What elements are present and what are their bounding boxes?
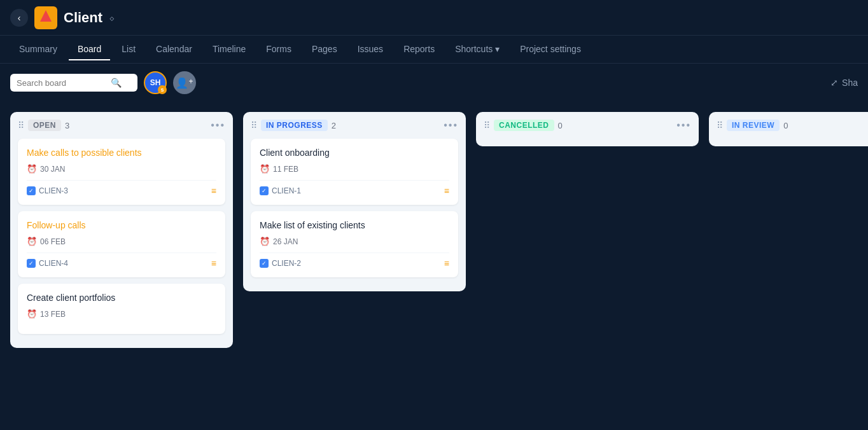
avatar-sh[interactable]: SH s	[144, 71, 167, 94]
column-in-progress: ⠿IN PROGRESS2•••Client onboarding⏰11 FEB…	[243, 112, 466, 291]
column-count-in-review: 0	[783, 121, 788, 130]
card-id: ✓CLIEN-2	[260, 259, 301, 268]
clock-icon: ⏰	[260, 164, 270, 174]
card-id-text: CLIEN-2	[272, 259, 301, 268]
task-card[interactable]: Create client portfolios⏰13 FEB	[18, 284, 225, 334]
column-header-in-review: ⠿IN REVIEW0•••	[717, 120, 868, 131]
date-text: 13 FEB	[40, 310, 66, 319]
nav-summary[interactable]: Summary	[10, 39, 66, 60]
card-footer: ✓CLIEN-2≡	[260, 253, 449, 268]
checkbox-icon: ✓	[260, 186, 269, 195]
nav-pages[interactable]: Pages	[303, 39, 346, 60]
card-date: ⏰30 JAN	[27, 164, 216, 174]
card-title: Client onboarding	[260, 148, 449, 158]
nav-list[interactable]: List	[113, 39, 144, 60]
column-header-cancelled: ⠿CANCELLED0•••	[484, 120, 691, 131]
column-in-review: ⠿IN REVIEW0•••	[709, 112, 868, 146]
task-card[interactable]: Make calls to possible clients⏰30 JAN✓CL…	[18, 139, 225, 205]
card-title: Create client portfolios	[27, 293, 216, 303]
back-button[interactable]: ‹	[10, 9, 28, 27]
drag-handle-icon[interactable]: ⠿	[717, 120, 723, 130]
column-open: ⠿OPEN3•••Make calls to possible clients⏰…	[10, 112, 233, 348]
priority-icon: ≡	[444, 258, 449, 268]
card-id-text: CLIEN-3	[39, 186, 68, 195]
add-member-button[interactable]: 👤 +	[173, 71, 196, 94]
nav-calendar[interactable]: Calendar	[147, 39, 201, 60]
card-footer: ✓CLIEN-4≡	[27, 253, 216, 268]
column-count-in-progress: 2	[332, 121, 336, 130]
search-icon[interactable]: 🔍	[111, 78, 122, 88]
clock-icon: ⏰	[260, 237, 270, 246]
card-title: Follow-up calls	[27, 220, 216, 230]
toolbar: 🔍 SH s 👤 + ⤢ Sha	[0, 64, 868, 102]
status-badge-open: OPEN	[28, 120, 61, 131]
date-text: 30 JAN	[40, 165, 65, 174]
nav-forms[interactable]: Forms	[257, 39, 300, 60]
column-menu-in-progress[interactable]: •••	[444, 120, 458, 131]
column-menu-cancelled[interactable]: •••	[676, 120, 691, 131]
search-box: 🔍	[10, 74, 137, 92]
board: ⠿OPEN3•••Make calls to possible clients⏰…	[0, 102, 868, 430]
topbar: ‹ Client ⬦	[0, 0, 868, 36]
share-icon: ⤢	[830, 78, 838, 88]
status-badge-in-review: IN REVIEW	[727, 120, 780, 131]
date-text: 06 FEB	[40, 237, 66, 246]
priority-icon: ≡	[211, 186, 216, 196]
column-count-open: 3	[65, 121, 69, 130]
card-title: Make calls to possible clients	[27, 148, 216, 158]
project-logo	[34, 6, 57, 29]
column-header-open: ⠿OPEN3•••	[18, 120, 225, 131]
card-date: ⏰11 FEB	[260, 164, 449, 174]
column-count-cancelled: 0	[558, 121, 563, 130]
card-date: ⏰06 FEB	[27, 237, 216, 246]
nav-timeline[interactable]: Timeline	[204, 39, 255, 60]
add-person-icon: 👤	[176, 77, 188, 89]
checkbox-icon: ✓	[27, 186, 36, 195]
nav-project-settings[interactable]: Project settings	[511, 39, 590, 60]
card-title: Make list of existing clients	[260, 220, 449, 230]
nav-issues[interactable]: Issues	[349, 39, 392, 60]
project-title: Client	[64, 10, 102, 26]
favorite-icon[interactable]: ⬦	[109, 12, 115, 24]
card-footer: ✓CLIEN-1≡	[260, 180, 449, 196]
checkbox-icon: ✓	[260, 259, 269, 268]
avatar-badge: s	[158, 85, 167, 94]
priority-icon: ≡	[211, 258, 216, 268]
clock-icon: ⏰	[27, 237, 37, 246]
drag-handle-icon[interactable]: ⠿	[484, 120, 490, 130]
share-button[interactable]: ⤢ Sha	[830, 78, 858, 88]
card-id: ✓CLIEN-4	[27, 259, 68, 268]
nav-shortcuts[interactable]: Shortcuts ▾	[446, 39, 508, 60]
card-id: ✓CLIEN-1	[260, 186, 301, 195]
column-menu-open[interactable]: •••	[211, 120, 225, 131]
status-badge-in-progress: IN PROGRESS	[261, 120, 328, 131]
task-card[interactable]: Make list of existing clients⏰26 JAN✓CLI…	[251, 211, 458, 277]
priority-icon: ≡	[444, 186, 449, 196]
drag-handle-icon[interactable]: ⠿	[18, 120, 24, 130]
card-id-text: CLIEN-1	[272, 186, 301, 195]
column-header-in-progress: ⠿IN PROGRESS2•••	[251, 120, 458, 131]
drag-handle-icon[interactable]: ⠿	[251, 120, 257, 130]
nav-bar: Summary Board List Calendar Timeline For…	[0, 36, 868, 64]
task-card[interactable]: Client onboarding⏰11 FEB✓CLIEN-1≡	[251, 139, 458, 205]
card-footer: ✓CLIEN-3≡	[27, 180, 216, 196]
date-text: 11 FEB	[273, 165, 298, 174]
checkbox-icon: ✓	[27, 259, 36, 268]
nav-board[interactable]: Board	[69, 39, 110, 60]
clock-icon: ⏰	[27, 164, 37, 174]
column-cancelled: ⠿CANCELLED0•••	[476, 112, 699, 146]
card-id: ✓CLIEN-3	[27, 186, 68, 195]
search-input[interactable]	[17, 78, 106, 88]
status-badge-cancelled: CANCELLED	[494, 120, 554, 131]
nav-reports[interactable]: Reports	[395, 39, 444, 60]
card-date: ⏰26 JAN	[260, 237, 449, 246]
card-date: ⏰13 FEB	[27, 309, 216, 319]
date-text: 26 JAN	[273, 237, 298, 246]
clock-icon: ⏰	[27, 309, 37, 319]
task-card[interactable]: Follow-up calls⏰06 FEB✓CLIEN-4≡	[18, 211, 225, 277]
card-id-text: CLIEN-4	[39, 259, 68, 268]
